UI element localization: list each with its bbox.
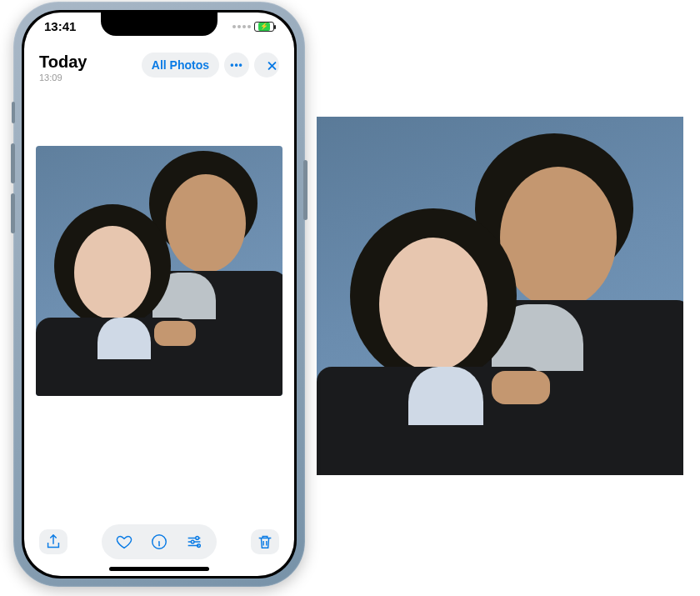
photo-large xyxy=(317,117,683,475)
notch xyxy=(101,13,218,36)
info-icon xyxy=(150,533,168,551)
bottom-toolbar xyxy=(24,524,294,559)
header: Today 13:09 All Photos ••• xyxy=(24,46,294,91)
edit-button[interactable] xyxy=(180,529,208,554)
cellular-icon xyxy=(232,25,251,28)
photo-preview[interactable] xyxy=(36,146,282,396)
volume-up-button[interactable] xyxy=(11,143,15,183)
more-button[interactable]: ••• xyxy=(224,53,249,78)
svg-point-2 xyxy=(191,540,194,543)
battery-icon: ⚡ xyxy=(254,22,274,32)
mute-switch[interactable] xyxy=(12,102,15,123)
info-button[interactable] xyxy=(145,529,173,554)
iphone-frame: 13:41 ⚡ Today 13:09 A xyxy=(13,2,305,587)
sliders-icon xyxy=(185,533,203,551)
share-icon xyxy=(44,533,62,551)
delete-button[interactable] xyxy=(251,529,279,554)
home-indicator[interactable] xyxy=(109,567,209,571)
photo-time: 13:09 xyxy=(39,73,87,83)
screen: 13:41 ⚡ Today 13:09 A xyxy=(24,13,294,576)
svg-point-1 xyxy=(196,537,199,540)
close-button[interactable] xyxy=(254,53,279,78)
share-button[interactable] xyxy=(39,529,68,554)
page-title: Today xyxy=(39,53,87,72)
status-clock: 13:41 xyxy=(44,19,76,33)
power-button[interactable] xyxy=(303,160,308,220)
heart-icon xyxy=(115,533,133,551)
all-photos-button[interactable]: All Photos xyxy=(142,53,219,78)
favorite-button[interactable] xyxy=(110,529,138,554)
volume-down-button[interactable] xyxy=(11,193,15,233)
trash-icon xyxy=(256,533,274,551)
